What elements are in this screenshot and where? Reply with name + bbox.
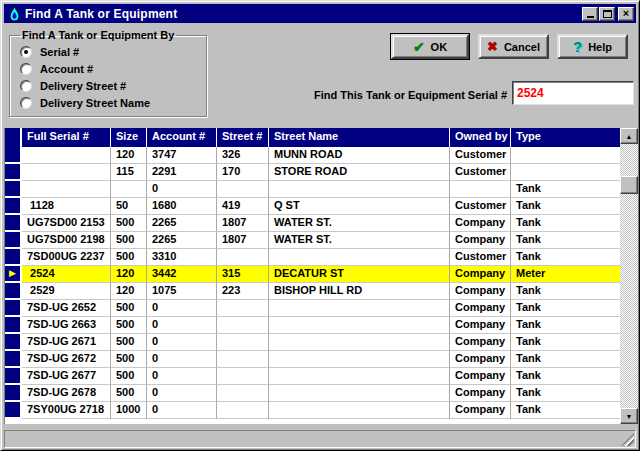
table-cell: 2529 — [22, 283, 111, 300]
table-cell — [111, 181, 147, 198]
table-cell: 500 — [111, 385, 147, 402]
table-cell: 120 — [111, 283, 147, 300]
table-row[interactable]: ▶7SY00UG 271810000CompanyTank — [5, 402, 620, 419]
radio-circle-icon[interactable] — [20, 97, 32, 109]
table-row[interactable]: ▶7SD-UG 26715000CompanyTank — [5, 334, 620, 351]
table-cell: Company — [450, 215, 511, 232]
table-cell: DECATUR ST — [269, 266, 450, 283]
radio-option-serial[interactable]: Serial # — [20, 43, 198, 60]
table-row[interactable]: ▶UG7SD00 219850022651807WATER ST.Company… — [5, 232, 620, 249]
row-selector-cell[interactable]: ▶ — [5, 385, 22, 402]
table-cell: 3442 — [147, 266, 217, 283]
row-selector-cell[interactable]: ▶ — [5, 147, 22, 164]
table-cell: Meter — [511, 266, 620, 283]
table-cell — [217, 181, 269, 198]
row-selector-cell[interactable]: ▶ — [5, 215, 22, 232]
column-header: Account # — [147, 128, 217, 147]
radio-circle-icon[interactable] — [20, 46, 32, 58]
table-cell: Tank — [511, 198, 620, 215]
row-selector-cell[interactable]: ▶ — [5, 232, 22, 249]
radio-option-delivery-street-name[interactable]: Delivery Street Name — [20, 94, 198, 111]
scroll-down-button[interactable]: ▼ — [620, 408, 638, 424]
table-cell: Company — [450, 334, 511, 351]
radio-option-delivery-street[interactable]: Delivery Street # — [20, 77, 198, 94]
titlebar[interactable]: Find A Tank or Equipment × — [4, 4, 636, 23]
minimize-icon — [587, 16, 594, 18]
column-header: Street Name — [269, 128, 450, 147]
cancel-button[interactable]: ✖ Cancel — [478, 34, 549, 59]
gas-flame-icon — [7, 6, 22, 22]
table-cell — [511, 164, 620, 181]
row-selector-cell[interactable]: ▶ — [5, 164, 22, 181]
table-cell: 500 — [111, 215, 147, 232]
table-row[interactable]: ▶ 1128501680419Q STCustomerTank — [5, 198, 620, 215]
table-cell: STORE ROAD — [269, 164, 450, 181]
table-cell: 120 — [111, 147, 147, 164]
table-cell: Tank — [511, 283, 620, 300]
table-row[interactable]: ▶ 25291201075223BISHOP HILL RDCompanyTan… — [5, 283, 620, 300]
table-cell: 7SD-UG 2678 — [22, 385, 111, 402]
table-cell: Company — [450, 402, 511, 419]
resize-grip[interactable] — [621, 433, 634, 446]
search-input[interactable] — [512, 81, 634, 105]
row-selector-cell[interactable]: ▶ — [5, 402, 22, 419]
table-cell: 500 — [111, 368, 147, 385]
table-row[interactable]: ▶ 25241203442315DECATUR STCompanyMeter — [5, 266, 620, 283]
table-cell — [269, 351, 450, 368]
table-cell — [217, 317, 269, 334]
radio-circle-icon[interactable] — [20, 63, 32, 75]
ok-button[interactable]: ✔ OK — [391, 34, 469, 59]
scrollbar-thumb[interactable] — [620, 176, 638, 194]
table-cell: 315 — [217, 266, 269, 283]
table-cell: 2524 — [22, 266, 111, 283]
find-by-groupbox: Find A Tank or Equipment By Serial #Acco… — [9, 29, 207, 117]
table-cell: Tank — [511, 300, 620, 317]
column-header: Size — [111, 128, 147, 147]
row-selector-cell[interactable]: ▶ — [5, 266, 22, 283]
table-cell: 7SD-UG 2663 — [22, 317, 111, 334]
row-selector-cell[interactable]: ▶ — [5, 368, 22, 385]
table-row[interactable]: ▶7SD-UG 26725000CompanyTank — [5, 351, 620, 368]
table-cell: 0 — [147, 351, 217, 368]
current-row-pointer-icon: ▶ — [9, 269, 16, 278]
table-row[interactable]: ▶7SD-UG 26775000CompanyTank — [5, 368, 620, 385]
radio-option-account[interactable]: Account # — [20, 60, 198, 77]
help-button[interactable]: ? Help — [557, 34, 628, 59]
table-cell — [511, 147, 620, 164]
table-cell: 0 — [147, 334, 217, 351]
maximize-button[interactable] — [599, 7, 615, 21]
table-cell — [269, 368, 450, 385]
row-selector-cell[interactable]: ▶ — [5, 317, 22, 334]
row-selector-cell[interactable]: ▶ — [5, 198, 22, 215]
table-row[interactable]: ▶UG7SD00 215350022651807WATER ST.Company… — [5, 215, 620, 232]
table-cell — [217, 249, 269, 266]
row-selector-cell[interactable]: ▶ — [5, 300, 22, 317]
x-icon: ✖ — [487, 40, 498, 53]
table-row[interactable]: ▶1203747326MUNN ROADCustomer — [5, 147, 620, 164]
status-bar — [4, 430, 636, 448]
radio-circle-icon[interactable] — [20, 80, 32, 92]
row-selector-cell[interactable]: ▶ — [5, 334, 22, 351]
vertical-scrollbar[interactable]: ▲ ▼ — [620, 128, 638, 424]
table-row[interactable]: ▶1152291170STORE ROADCustomer — [5, 164, 620, 181]
scroll-up-button[interactable]: ▲ — [620, 128, 638, 144]
minimize-button[interactable] — [582, 7, 598, 21]
window-controls: × — [581, 7, 634, 21]
table-cell: 3310 — [147, 249, 217, 266]
table-cell: 1128 — [22, 198, 111, 215]
table-row[interactable]: ▶7SD00UG 22375003310CustomerTank — [5, 249, 620, 266]
table-cell: 7SD-UG 2677 — [22, 368, 111, 385]
table-row[interactable]: ▶0Tank — [5, 181, 620, 198]
row-selector-cell[interactable]: ▶ — [5, 249, 22, 266]
row-selector-cell[interactable]: ▶ — [5, 181, 22, 198]
table-row[interactable]: ▶7SD-UG 26525000CompanyTank — [5, 300, 620, 317]
table-cell: 120 — [111, 266, 147, 283]
row-selector-cell[interactable]: ▶ — [5, 283, 22, 300]
table-row[interactable]: ▶7SD-UG 26785000CompanyTank — [5, 385, 620, 402]
table-cell: Company — [450, 385, 511, 402]
row-selector-cell[interactable]: ▶ — [5, 351, 22, 368]
table-cell: BISHOP HILL RD — [269, 283, 450, 300]
close-button[interactable]: × — [618, 7, 634, 21]
table-row[interactable]: ▶7SD-UG 26635000CompanyTank — [5, 317, 620, 334]
find-by-legend: Find A Tank or Equipment By — [20, 29, 176, 41]
